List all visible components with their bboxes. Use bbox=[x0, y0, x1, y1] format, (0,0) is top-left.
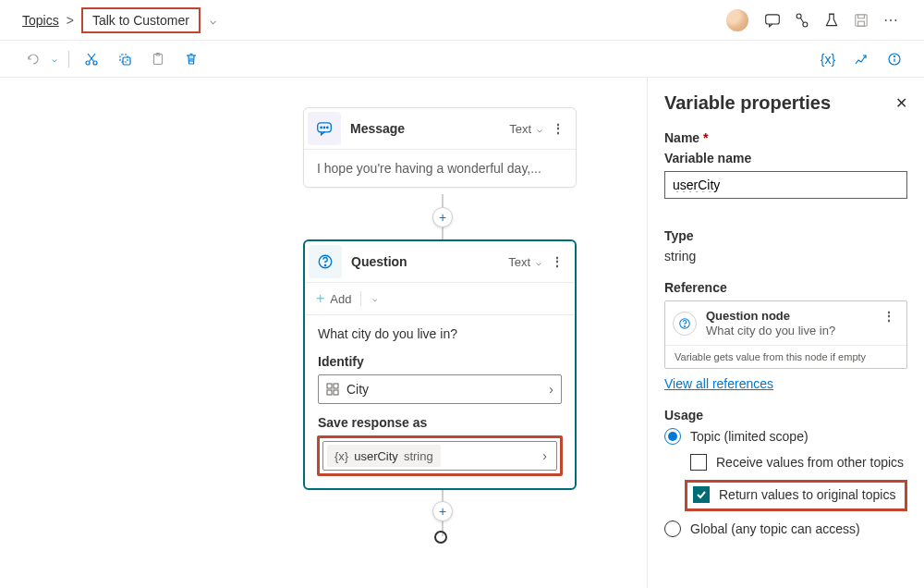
node-header: Message Text ⌵ ⋮ bbox=[304, 108, 576, 149]
save-response-highlight: {x} userCity string › bbox=[317, 435, 563, 476]
delete-icon[interactable] bbox=[180, 48, 202, 70]
add-node-button[interactable]: + bbox=[432, 207, 453, 227]
variable-name-input[interactable] bbox=[664, 171, 907, 199]
reference-title: Question node bbox=[706, 309, 869, 324]
svg-point-24 bbox=[685, 325, 686, 326]
message-node[interactable]: Message Text ⌵ ⋮ I hope you're having a … bbox=[303, 107, 577, 188]
chevron-down-icon[interactable]: ⌵ bbox=[536, 257, 541, 267]
checkbox-icon bbox=[693, 486, 710, 503]
svg-rect-4 bbox=[858, 21, 865, 26]
question-icon bbox=[673, 312, 697, 336]
svg-rect-0 bbox=[766, 14, 780, 23]
svg-rect-3 bbox=[856, 14, 867, 25]
chevron-down-icon[interactable]: ⌵ bbox=[537, 124, 542, 134]
svg-rect-19 bbox=[327, 384, 332, 388]
save-icon[interactable] bbox=[846, 6, 876, 35]
add-node-button[interactable]: + bbox=[432, 501, 453, 521]
chevron-right-icon: › bbox=[542, 448, 547, 463]
toolbar-separator bbox=[68, 51, 69, 67]
receive-values-checkbox[interactable]: Receive values from other topics bbox=[690, 454, 907, 471]
analytics-icon[interactable] bbox=[850, 48, 872, 70]
avatar[interactable] bbox=[726, 9, 748, 31]
variable-icon: {x} bbox=[334, 449, 348, 463]
svg-point-15 bbox=[323, 127, 324, 128]
type-value: string bbox=[664, 249, 907, 263]
node-title: Question bbox=[351, 254, 508, 269]
undo-icon[interactable] bbox=[22, 48, 44, 70]
breadcrumb-separator: > bbox=[67, 13, 74, 28]
node-header: Question Text ⌵ ⋮ bbox=[305, 241, 575, 282]
checker-icon[interactable] bbox=[787, 6, 817, 35]
test-icon[interactable] bbox=[817, 6, 846, 35]
node-more-icon[interactable]: ⋮ bbox=[548, 121, 568, 136]
view-all-references-link[interactable]: View all references bbox=[664, 376, 773, 391]
node-title: Message bbox=[350, 121, 509, 136]
undo-chevron-icon[interactable]: ⌵ bbox=[52, 54, 57, 64]
chevron-right-icon: › bbox=[549, 382, 553, 397]
variables-icon[interactable]: {x} bbox=[817, 48, 839, 70]
authoring-canvas[interactable]: Message Text ⌵ ⋮ I hope you're having a … bbox=[0, 78, 647, 588]
variable-name: userCity bbox=[354, 449, 398, 463]
svg-rect-21 bbox=[327, 390, 332, 395]
variable-properties-panel: Variable properties ✕ Name * Variable na… bbox=[647, 78, 924, 588]
checkbox-icon bbox=[690, 454, 707, 471]
copy-icon[interactable] bbox=[114, 48, 136, 70]
identify-field[interactable]: City › bbox=[318, 374, 562, 404]
add-label: Add bbox=[330, 292, 351, 306]
reference-box: Question node What city do you live in? … bbox=[664, 300, 907, 369]
reference-note: Variable gets value from this node if em… bbox=[665, 345, 906, 368]
svg-point-12 bbox=[894, 55, 895, 56]
chevron-down-icon[interactable]: ⌵ bbox=[372, 294, 377, 303]
identify-value: City bbox=[346, 382, 369, 397]
svg-point-6 bbox=[93, 61, 97, 65]
add-variation-button[interactable]: + Add ⌵ bbox=[305, 282, 575, 314]
node-type-label[interactable]: Text bbox=[509, 122, 531, 136]
radio-label: Global (any topic can access) bbox=[690, 521, 860, 536]
breadcrumb-current[interactable]: Talk to Customer bbox=[81, 7, 201, 33]
checkbox-label: Return values to original topics bbox=[719, 487, 895, 502]
svg-rect-22 bbox=[334, 390, 338, 395]
svg-point-14 bbox=[321, 127, 322, 128]
svg-point-18 bbox=[324, 264, 325, 265]
svg-point-16 bbox=[327, 127, 328, 128]
svg-rect-20 bbox=[334, 384, 338, 388]
radio-label: Topic (limited scope) bbox=[690, 429, 808, 444]
info-icon[interactable] bbox=[883, 48, 906, 70]
usage-label: Usage bbox=[664, 408, 907, 423]
question-prompt[interactable]: What city do you live in? bbox=[318, 326, 562, 341]
paste-icon[interactable] bbox=[147, 48, 169, 70]
save-response-label: Save response as bbox=[318, 415, 562, 430]
variable-chip[interactable]: {x} userCity string bbox=[327, 445, 441, 467]
message-body[interactable]: I hope you're having a wonderful day,... bbox=[304, 149, 576, 187]
svg-point-5 bbox=[86, 61, 90, 65]
breadcrumb-chevron-icon[interactable]: ⌵ bbox=[210, 14, 216, 27]
radio-icon bbox=[664, 521, 681, 537]
comment-icon[interactable] bbox=[758, 6, 787, 35]
name-label: Name * bbox=[664, 130, 907, 145]
message-icon bbox=[308, 112, 341, 145]
panel-title: Variable properties bbox=[664, 92, 895, 114]
usage-topic-radio[interactable]: Topic (limited scope) bbox=[664, 428, 907, 445]
save-response-field[interactable]: {x} userCity string › bbox=[322, 441, 557, 471]
return-values-checkbox[interactable]: Return values to original topics bbox=[693, 486, 899, 503]
type-label: Type bbox=[664, 228, 907, 243]
reference-subtitle: What city do you live in? bbox=[706, 324, 869, 338]
end-node-icon[interactable] bbox=[434, 531, 447, 544]
plus-icon: + bbox=[316, 290, 324, 307]
reference-more-icon[interactable]: ⋮ bbox=[879, 309, 899, 324]
close-icon[interactable]: ✕ bbox=[895, 94, 907, 112]
svg-rect-8 bbox=[123, 57, 130, 65]
more-icon[interactable]: ⋯ bbox=[876, 6, 906, 35]
usage-global-radio[interactable]: Global (any topic can access) bbox=[664, 521, 907, 537]
breadcrumb-root[interactable]: Topics bbox=[22, 13, 59, 28]
return-values-highlight: Return values to original topics bbox=[685, 480, 907, 511]
cut-icon[interactable] bbox=[80, 48, 103, 70]
question-node[interactable]: Question Text ⌵ ⋮ + Add ⌵ What city do y… bbox=[303, 239, 577, 490]
topbar: Topics > Talk to Customer ⌵ ⋯ bbox=[0, 0, 924, 41]
radio-icon bbox=[664, 428, 681, 445]
node-more-icon[interactable]: ⋮ bbox=[547, 254, 567, 269]
node-type-label[interactable]: Text bbox=[508, 255, 530, 269]
toolbar: ⌵ {x} bbox=[0, 41, 924, 78]
variable-type: string bbox=[404, 449, 433, 463]
question-icon bbox=[309, 245, 342, 278]
